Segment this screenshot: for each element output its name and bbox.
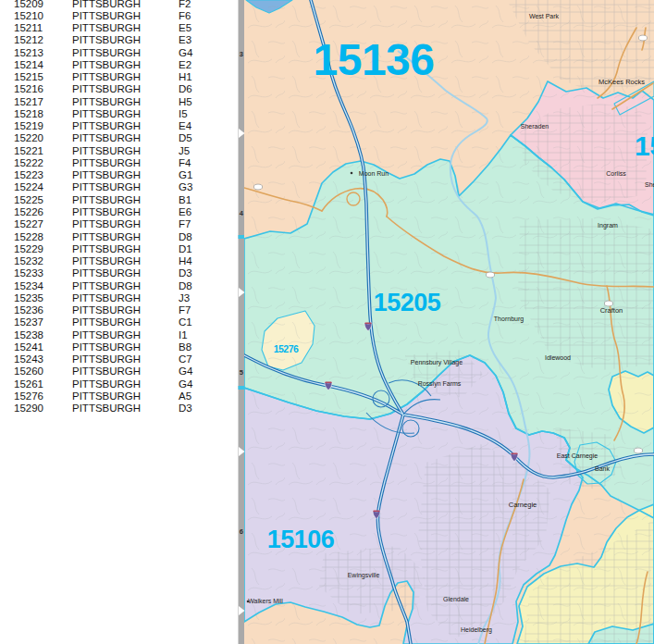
zip-table-row: 15209PITTSBURGHF2 [0, 0, 238, 10]
grid-ref-cell: C7 [179, 353, 192, 365]
zip-cell: 15212 [14, 34, 43, 46]
grid-ref-cell: C1 [179, 316, 192, 328]
city-cell: PITTSBURGH [72, 378, 141, 390]
grid-ref-cell: G4 [179, 365, 192, 378]
city-cell: PITTSBURGH [72, 120, 141, 132]
zip-table-row: 15226PITTSBURGHE6 [0, 206, 238, 218]
city-cell: PITTSBURGH [72, 145, 141, 157]
zip-cell: 15219 [14, 120, 43, 132]
grid-ref-cell: B1 [179, 194, 191, 206]
grid-ref-cell: A5 [179, 390, 191, 402]
city-cell: PITTSBURGH [72, 132, 141, 144]
zip-cell: 15243 [14, 353, 43, 365]
zip-cell: 15213 [14, 47, 43, 59]
place-label: Pennsbury Village [411, 359, 463, 366]
zip-table-row: 15238PITTSBURGHI1 [0, 329, 238, 341]
zip-cell: 15290 [14, 402, 43, 415]
place-marker-dot [351, 172, 353, 175]
city-cell: PITTSBURGH [72, 243, 141, 255]
grid-ref-cell: E2 [179, 59, 191, 71]
city-cell: PITTSBURGH [72, 280, 141, 292]
city-cell: PITTSBURGH [72, 365, 141, 378]
zip-table-row: 15225PITTSBURGHB1 [0, 194, 238, 206]
zip-table-row: 15215PITTSBURGHH1 [0, 71, 238, 83]
city-cell: PITTSBURGH [72, 206, 141, 218]
grid-ref-cell: E5 [179, 22, 191, 34]
grid-ref-cell: H5 [179, 96, 192, 108]
grid-ref-cell: G4 [179, 47, 192, 59]
zip-table-row: 15210PITTSBURGHF6 [0, 10, 238, 22]
grid-ref-cell: F2 [179, 0, 191, 10]
zip-table-row: 15232PITTSBURGHH4 [0, 255, 238, 267]
place-label: Crafton [600, 306, 623, 315]
zip-table-row: 15216PITTSBURGHD6 [0, 83, 238, 95]
grid-number: 6 [240, 527, 243, 536]
grid-ref-cell: D8 [179, 231, 192, 243]
grid-ref-cell: E4 [179, 120, 191, 132]
zip-table-row: 15211PITTSBURGHE5 [0, 22, 238, 34]
zip-table-row: 15290PITTSBURGHD3 [0, 402, 238, 415]
zip-table-row: 15220PITTSBURGHD5 [0, 132, 238, 144]
zip-table-row: 15218PITTSBURGHI5 [0, 108, 238, 120]
zip-table-row: 15241PITTSBURGHB8 [0, 341, 238, 353]
zip-cell: 15229 [14, 243, 43, 255]
zip-cell: 15220 [14, 132, 43, 144]
grid-ref-cell: G1 [179, 169, 192, 181]
place-label: Walkers Mill [248, 598, 283, 604]
zip-cell: 15225 [14, 194, 43, 206]
city-cell: PITTSBURGH [72, 402, 141, 415]
place-label: Bank [595, 465, 610, 472]
city-cell: PITTSBURGH [72, 231, 141, 243]
zip-table-row: 15217PITTSBURGHH5 [0, 96, 238, 108]
frame-border-tick [239, 235, 245, 239]
zip-code-label: 15276 [274, 343, 299, 354]
city-cell: PITTSBURGH [72, 218, 141, 230]
place-label: Idlewood [545, 354, 571, 361]
zip-cell: 15233 [14, 267, 43, 279]
zip-cell: 15241 [14, 341, 43, 353]
grid-ref-cell: I5 [179, 108, 188, 120]
place-label: Moon Run [359, 170, 389, 177]
zip-cell: 15236 [14, 304, 43, 316]
city-cell: PITTSBURGH [72, 194, 141, 206]
city-cell: PITTSBURGH [72, 83, 141, 95]
city-cell: PITTSBURGH [72, 181, 141, 193]
route-oval-shield-icon [253, 184, 262, 190]
city-cell: PITTSBURGH [72, 292, 141, 304]
place-label: Sher [645, 181, 654, 188]
grid-ref-cell: E3 [179, 34, 191, 46]
grid-ref-cell: H1 [179, 71, 192, 83]
zip-cell: 15224 [14, 181, 43, 193]
zip-cell: 15235 [14, 292, 43, 304]
zip-cell: 15234 [14, 280, 43, 292]
zip-table-row: 15223PITTSBURGHG1 [0, 169, 238, 181]
zip-table-row: 15219PITTSBURGHE4 [0, 120, 238, 132]
grid-ref-cell: D1 [179, 243, 192, 255]
zip-cell: 15227 [14, 218, 43, 230]
city-cell: PITTSBURGH [72, 169, 141, 181]
city-cell: PITTSBURGH [72, 341, 141, 353]
city-cell: PITTSBURGH [72, 267, 141, 279]
zip-cell: 15232 [14, 255, 43, 267]
city-cell: PITTSBURGH [72, 108, 141, 120]
zip-index-panel: 15209PITTSBURGHF215210PITTSBURGHF615211P… [0, 0, 238, 415]
city-cell: PITTSBURGH [72, 329, 141, 341]
grid-ref-cell: J5 [179, 145, 190, 157]
city-cell: PITTSBURGH [72, 22, 141, 34]
zip-cell: 15209 [14, 0, 43, 10]
frame-border-tick [239, 386, 245, 390]
zip-cell: 15218 [14, 108, 43, 120]
zip-table-row: 15260PITTSBURGHG4 [0, 365, 238, 378]
zip-code-label: 15205 [374, 289, 441, 316]
zip-cell: 15217 [14, 96, 43, 108]
city-cell: PITTSBURGH [72, 34, 141, 46]
zip-table-row: 15229PITTSBURGHD1 [0, 243, 238, 255]
city-cell: PITTSBURGH [72, 47, 141, 59]
zip-code-map-page: 15209PITTSBURGHF215210PITTSBURGHF615211P… [0, 0, 654, 644]
city-cell: PITTSBURGH [72, 304, 141, 316]
grid-ref-cell: D3 [179, 402, 192, 415]
place-label: East Carnegie [557, 452, 598, 460]
grid-number: 3 [240, 50, 243, 58]
zip-table-row: 15261PITTSBURGHG4 [0, 378, 238, 390]
grid-ref-cell: E6 [179, 206, 191, 218]
